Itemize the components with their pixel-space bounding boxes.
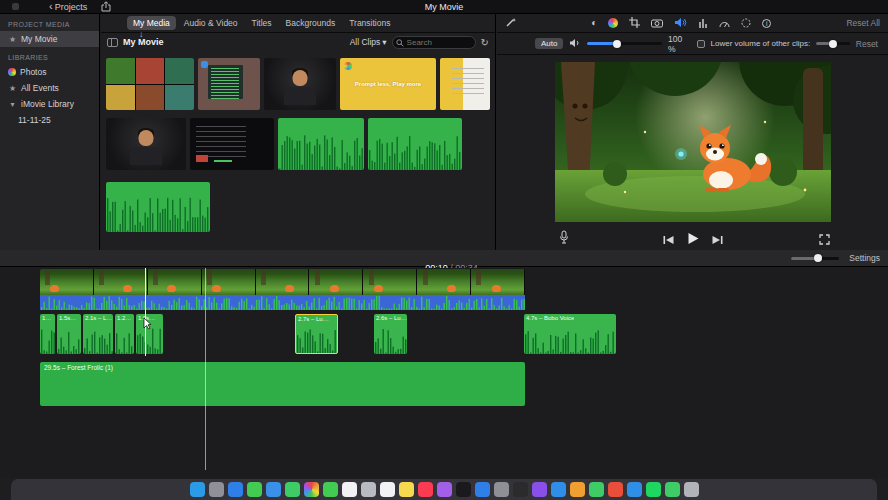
volume-slider[interactable]: [587, 42, 662, 45]
crop-icon[interactable]: [629, 14, 640, 32]
media-clip-screen[interactable]: [190, 118, 274, 170]
reset-all-button[interactable]: Reset All: [846, 18, 880, 28]
dock-icon-numbers[interactable]: [589, 482, 604, 497]
speed-icon[interactable]: [719, 14, 730, 32]
playhead-line[interactable]: [205, 268, 206, 470]
media-clip-collage[interactable]: [106, 58, 194, 110]
filmstrip-frame[interactable]: [256, 269, 310, 295]
search-input[interactable]: [392, 36, 476, 49]
tab-audio-video[interactable]: Audio & Video: [178, 16, 244, 30]
share-button[interactable]: [101, 1, 111, 12]
info-icon[interactable]: i: [762, 19, 771, 28]
dock-icon-meet[interactable]: [665, 482, 680, 497]
dock-icon-keynote[interactable]: [551, 482, 566, 497]
media-clip-doc[interactable]: [440, 58, 490, 110]
color-correction-icon[interactable]: [608, 18, 618, 28]
media-clip-person[interactable]: [264, 58, 336, 110]
dock-icon-pages[interactable]: [570, 482, 585, 497]
video-audio-strip[interactable]: [40, 295, 525, 310]
audio-clip[interactable]: 1.5s…: [57, 314, 81, 354]
dock-icon-tv[interactable]: [456, 482, 471, 497]
dock-icon-terminal[interactable]: [513, 482, 528, 497]
audio-clip[interactable]: 1.2…: [115, 314, 134, 354]
audio-clip[interactable]: 2.6s – Lu…: [374, 314, 407, 354]
filmstrip-frame[interactable]: [94, 269, 148, 295]
fullscreen-button[interactable]: [819, 231, 830, 249]
dock-icon-messages[interactable]: [247, 482, 262, 497]
color-balance-icon[interactable]: ◐: [591, 18, 597, 28]
filmstrip-frame[interactable]: [148, 269, 202, 295]
media-audio-clip[interactable]: [278, 118, 364, 170]
dock-icon-trash[interactable]: [684, 482, 699, 497]
effects-icon[interactable]: [741, 14, 751, 32]
filmstrip-frame[interactable]: [40, 269, 94, 295]
filmstrip-frame[interactable]: [309, 269, 363, 295]
media-clip-card[interactable]: [198, 58, 260, 110]
next-button[interactable]: [711, 231, 723, 249]
background-music-clip[interactable]: 29.5s – Forest Frolic (1): [40, 362, 525, 406]
zoom-slider-knob[interactable]: [814, 254, 822, 262]
dock-icon-settings[interactable]: [494, 482, 509, 497]
reset-button[interactable]: Reset: [856, 39, 878, 49]
search-field[interactable]: [392, 36, 476, 49]
skimmer-line[interactable]: [145, 268, 146, 356]
tab-backgrounds[interactable]: Backgrounds: [280, 16, 342, 30]
zoom-slider[interactable]: [791, 257, 839, 260]
sidebar-item-all-events[interactable]: ★ All Events: [0, 80, 99, 96]
clip-filter-dropdown[interactable]: All Clips ▾: [350, 37, 387, 47]
dock-icon-photos[interactable]: [304, 482, 319, 497]
dock-icon-appstore[interactable]: [475, 482, 490, 497]
dock-icon-launchpad[interactable]: [209, 482, 224, 497]
dock-icon-spotify[interactable]: [646, 482, 661, 497]
tab-my-media[interactable]: My Media: [127, 16, 176, 30]
media-clip-person-2[interactable]: [106, 118, 186, 170]
audio-clip-selected[interactable]: 2.7s – Lu…: [295, 314, 338, 354]
import-arrow-icon[interactable]: ↓: [139, 29, 144, 39]
lower-volume-knob[interactable]: [829, 40, 837, 48]
dock-icon-mail[interactable]: [266, 482, 281, 497]
dock-icon-maps[interactable]: [285, 482, 300, 497]
sidebar-item-imovie-library[interactable]: ▾ iMovie Library: [0, 96, 99, 112]
dock-icon-facetime[interactable]: [323, 482, 338, 497]
media-clip-yellow-card[interactable]: Prompt less, Play more: [340, 58, 436, 110]
dock-icon-music[interactable]: [418, 482, 433, 497]
play-button[interactable]: [686, 231, 699, 249]
panel-toggle-icon[interactable]: [107, 38, 118, 47]
filmstrip-frame[interactable]: [202, 269, 256, 295]
filmstrip-frame[interactable]: [363, 269, 417, 295]
media-audio-clip[interactable]: [368, 118, 462, 170]
sidebar-item-photos[interactable]: Photos: [0, 64, 99, 80]
sidebar-item-event-date[interactable]: 11-11-25: [0, 112, 99, 128]
lower-volume-slider[interactable]: [816, 42, 850, 45]
dock-icon-browser[interactable]: [608, 482, 623, 497]
timeline[interactable]: 1… 1.5s… 2.1s – L… 1.2… 1.9s… 2.7s – Lu……: [0, 268, 888, 478]
audio-clip[interactable]: 2.1s – L…: [83, 314, 113, 354]
enhance-wand-icon[interactable]: [505, 14, 516, 32]
filmstrip-frame[interactable]: [417, 269, 471, 295]
voiceover-mic-button[interactable]: [559, 230, 569, 248]
dock-icon-code-editor[interactable]: [627, 482, 642, 497]
audio-clip[interactable]: 4.7s – Bobo Voice: [524, 314, 616, 354]
dock-icon-imovie[interactable]: [532, 482, 547, 497]
tab-titles[interactable]: Titles: [246, 16, 278, 30]
audio-clip[interactable]: 1…: [40, 314, 55, 354]
previous-button[interactable]: [662, 231, 674, 249]
dock-icon-finder[interactable]: [190, 482, 205, 497]
tab-transitions[interactable]: Transitions: [343, 16, 396, 30]
settings-button[interactable]: Settings: [849, 253, 880, 263]
dock-icon-reminders[interactable]: [380, 482, 395, 497]
media-audio-clip[interactable]: [106, 182, 210, 232]
noise-reduction-icon[interactable]: [698, 14, 708, 32]
dock-icon-contacts[interactable]: [361, 482, 376, 497]
lower-volume-checkbox[interactable]: [697, 40, 705, 48]
dock-icon-notes[interactable]: [399, 482, 414, 497]
back-to-projects-button[interactable]: ‹ Projects: [49, 2, 87, 12]
dock-icon-calendar[interactable]: [342, 482, 357, 497]
filmstrip-frame[interactable]: [471, 269, 525, 295]
volume-slider-knob[interactable]: [613, 40, 621, 48]
stabilization-icon[interactable]: [651, 14, 663, 32]
dock-icon-safari[interactable]: [228, 482, 243, 497]
auto-button[interactable]: Auto: [535, 38, 563, 49]
dock-icon-podcasts[interactable]: [437, 482, 452, 497]
volume-icon[interactable]: [674, 14, 687, 32]
